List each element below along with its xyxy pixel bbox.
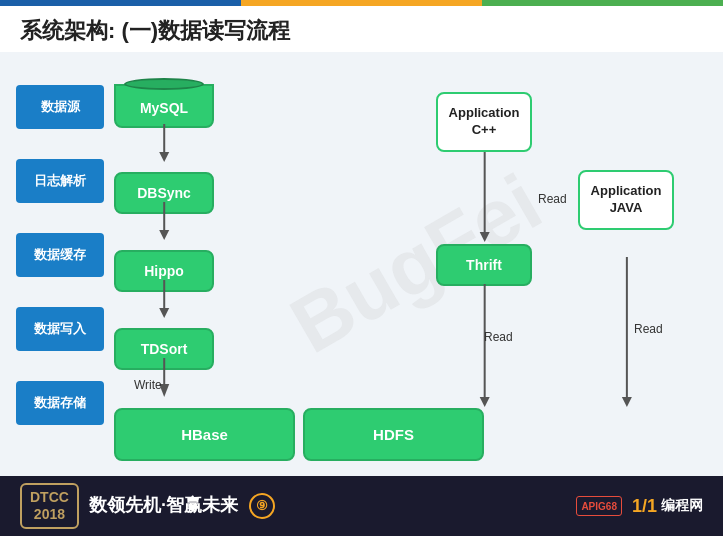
- label-log-parse: 日志解析: [16, 159, 104, 203]
- thrift-box: Thrift: [436, 244, 532, 286]
- write-label: Write: [134, 378, 162, 392]
- coding-brand: 1/1 编程网: [632, 496, 703, 517]
- dtcc-logo: DTCC 2018: [20, 483, 79, 529]
- dbsync-node: DBSync: [114, 172, 214, 214]
- label-datasource: 数据源: [16, 85, 104, 129]
- main-container: 系统架构: (一)数据读写流程 BugFei: [0, 0, 723, 536]
- app-cpp-node: Application C++: [436, 92, 532, 152]
- hdfs-box: HDFS: [303, 408, 484, 461]
- label-data-write: 数据写入: [16, 307, 104, 351]
- label-data-cache: 数据缓存: [16, 233, 104, 277]
- app-java-box: Application JAVA: [578, 170, 674, 230]
- svg-marker-1: [159, 152, 169, 162]
- svg-marker-9: [480, 232, 490, 242]
- footer-logos: APIG68 1/1 编程网: [576, 496, 703, 517]
- coding-icon: 1/1: [632, 496, 657, 517]
- footer: DTCC 2018 数领先机·智赢未来 ⑨ APIG68 1/1 编程网: [0, 476, 723, 536]
- mysql-node: MySQL: [114, 72, 214, 128]
- footer-left: DTCC 2018 数领先机·智赢未来 ⑨: [20, 483, 275, 529]
- svg-marker-13: [622, 397, 632, 407]
- page-title: 系统架构: (一)数据读写流程: [20, 16, 703, 46]
- content-area: BugFei: [0, 52, 723, 476]
- read-label-3: Read: [634, 322, 663, 336]
- coding-text: 编程网: [661, 497, 703, 515]
- read-label-2: Read: [484, 330, 513, 344]
- bottom-nodes: HBase HDFS: [114, 408, 484, 461]
- diagram: 数据源 日志解析 数据缓存 数据写入 数据存储 MySQL DBSync: [16, 62, 707, 452]
- label-data-store: 数据存储: [16, 381, 104, 425]
- read-label-1: Read: [538, 192, 567, 206]
- kpi-logo: APIG68: [576, 496, 622, 516]
- svg-marker-11: [480, 397, 490, 407]
- header: 系统架构: (一)数据读写流程: [0, 6, 723, 52]
- svg-marker-3: [159, 230, 169, 240]
- dbsync-box: DBSync: [114, 172, 214, 214]
- tdsort-node: TDSort: [114, 328, 214, 370]
- hippo-box: Hippo: [114, 250, 214, 292]
- circle-icon: ⑨: [249, 493, 275, 519]
- app-cpp-box: Application C++: [436, 92, 532, 152]
- thrift-node: Thrift: [436, 244, 532, 286]
- mysql-box: MySQL: [114, 84, 214, 128]
- hbase-box: HBase: [114, 408, 295, 461]
- hippo-node: Hippo: [114, 250, 214, 292]
- svg-marker-5: [159, 308, 169, 318]
- app-java-node: Application JAVA: [578, 170, 674, 230]
- labels-column: 数据源 日志解析 数据缓存 数据写入 数据存储: [16, 70, 104, 440]
- tdsort-box: TDSort: [114, 328, 214, 370]
- footer-slogan: 数领先机·智赢未来 ⑨: [89, 493, 275, 519]
